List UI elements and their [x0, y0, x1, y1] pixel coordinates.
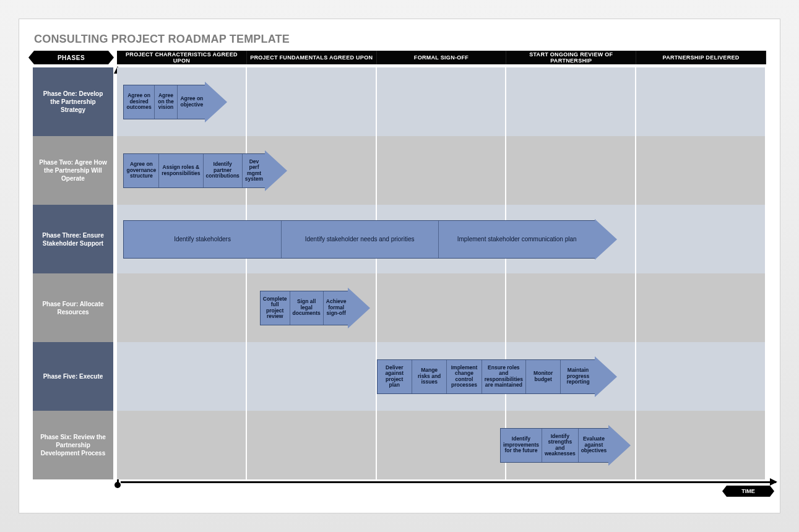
roadmap-body: Phase One: Develop the Partnership Strat… [33, 67, 766, 479]
grid-row: Identify improvements for the futureIden… [117, 411, 766, 479]
task-arrow: Deliver against project planMange risks … [377, 359, 617, 394]
grid-wrap: Agree on desired outcomesAgree on the vi… [117, 67, 766, 479]
task-segment: Identify partner contributions [204, 154, 243, 187]
task-segment: Maintain progress reporting [561, 360, 595, 393]
column-header: PROJECT FUNDAMENTALS AGREED UPON [247, 51, 377, 64]
grid-cell [117, 273, 247, 342]
phase-label: Phase One: Develop the Partnership Strat… [33, 67, 113, 136]
grid-cell [636, 67, 766, 136]
task-segment: Agree on the vision [155, 85, 178, 119]
task-segment: Agree on desired outcomes [124, 85, 154, 119]
arrow-head-icon [205, 82, 227, 122]
phases-axis-label: PHASES [34, 51, 108, 64]
grid-row: Agree on governance structureAssign role… [117, 136, 766, 205]
column-header: PROJECT CHARACTERISTICS AGREED UPON [117, 51, 247, 64]
column-headers: PROJECT CHARACTERISTICS AGREED UPON PROJ… [117, 51, 766, 64]
grid-cell [117, 411, 247, 479]
column-header: PARTNERSHIP DELIVERED [636, 51, 766, 64]
task-segment: Implement change control processes [447, 360, 482, 393]
task-arrow: Agree on desired outcomesAgree on the vi… [123, 85, 227, 119]
grid-cell [636, 411, 766, 479]
grid-cell [636, 205, 766, 273]
arrow-head-icon [595, 356, 617, 397]
phase-label: Phase Two: Agree How the Partnership Wil… [33, 136, 113, 205]
x-axis-arrow [121, 481, 776, 483]
task-segment: Mange risks and issues [412, 360, 447, 393]
task-arrow: Agree on governance structureAssign role… [123, 153, 259, 188]
task-arrow-body: Complete full project reviewSign all leg… [260, 291, 349, 325]
phase-label: Phase Three: Ensure Stakeholder Support [33, 205, 113, 273]
arrow-head-icon [265, 150, 287, 191]
grid-cell [117, 342, 247, 411]
grid-cell [506, 67, 636, 136]
task-arrow: Identify improvements for the futureIden… [500, 428, 617, 463]
grid-row: Complete full project reviewSign all leg… [117, 273, 766, 342]
task-segment: Identify stakeholders [124, 221, 281, 258]
grid-cell [247, 67, 377, 136]
task-segment: Agree on objective [178, 85, 205, 119]
phase-label: Phase Five: Execute [33, 342, 113, 411]
task-segment: Identify improvements for the future [501, 429, 542, 462]
task-segment: Ensure roles and responsibilities are ma… [482, 360, 526, 393]
task-segment: Monitor budget [526, 360, 561, 393]
phase-label: Phase Six: Review the Partnership Develo… [33, 411, 113, 479]
grid-cell [636, 136, 766, 205]
grid-row: Identify stakeholdersIdentify stakeholde… [117, 205, 766, 273]
grid-cell [377, 411, 507, 479]
task-segment: Assign roles & responsibilities [159, 154, 203, 187]
arrow-head-icon [608, 425, 631, 466]
task-segment: Dev perf mgmt system [243, 154, 266, 187]
task-segment: Identify stakeholder needs and prioritie… [282, 221, 439, 258]
grid-cell [506, 136, 636, 205]
arrow-head-icon [348, 288, 370, 328]
task-arrow-body: Agree on desired outcomesAgree on the vi… [123, 85, 205, 119]
task-segment: Deliver against project plan [378, 360, 412, 393]
template-sheet: CONSULTING PROJECT ROADMAP TEMPLATE PHAS… [19, 19, 780, 513]
task-arrow: Complete full project reviewSign all leg… [260, 291, 370, 325]
task-arrow-body: Deliver against project planMange risks … [377, 359, 595, 394]
grid-cell [377, 136, 507, 205]
phase-labels-column: Phase One: Develop the Partnership Strat… [33, 67, 113, 479]
grid-cell [377, 273, 507, 342]
grid-row: Agree on desired outcomesAgree on the vi… [117, 67, 766, 136]
task-segment: Agree on governance structure [124, 154, 159, 187]
roadmap-grid: Agree on desired outcomesAgree on the vi… [117, 67, 766, 479]
page: CONSULTING PROJECT ROADMAP TEMPLATE PHAS… [0, 0, 799, 532]
phase-label: Phase Four: Allocate Resources [33, 273, 113, 342]
page-title: CONSULTING PROJECT ROADMAP TEMPLATE [34, 33, 766, 46]
column-header: START ONGOING REVIEW OF PARTNERSHIP [506, 51, 636, 64]
task-arrow: Identify stakeholdersIdentify stakeholde… [123, 220, 616, 259]
time-axis-label: TIME [727, 486, 770, 497]
grid-cell [377, 67, 507, 136]
grid-cell [506, 273, 636, 342]
task-arrow-body: Identify improvements for the futureIden… [500, 428, 609, 463]
task-segment: Sign all legal documents [290, 291, 324, 325]
task-arrow-body: Agree on governance structureAssign role… [123, 153, 266, 188]
task-segment: Complete full project review [261, 291, 290, 325]
grid-cell [247, 411, 377, 479]
task-arrow-body: Identify stakeholdersIdentify stakeholde… [123, 220, 595, 259]
grid-cell [247, 342, 377, 411]
grid-cell [636, 342, 766, 411]
column-header: FORMAL SIGN-OFF [377, 51, 507, 64]
header-row: PHASES PROJECT CHARACTERISTICS AGREED UP… [33, 51, 766, 66]
task-segment: Identify strengths and weaknesses [542, 429, 579, 462]
grid-row: Deliver against project planMange risks … [117, 342, 766, 411]
task-segment: Evaluate against objectives [579, 429, 610, 462]
arrow-head-icon [595, 219, 617, 260]
grid-cell [636, 273, 766, 342]
task-segment: Achieve formal sign-off [324, 291, 349, 325]
task-segment: Implement stakeholder communication plan [439, 221, 595, 258]
